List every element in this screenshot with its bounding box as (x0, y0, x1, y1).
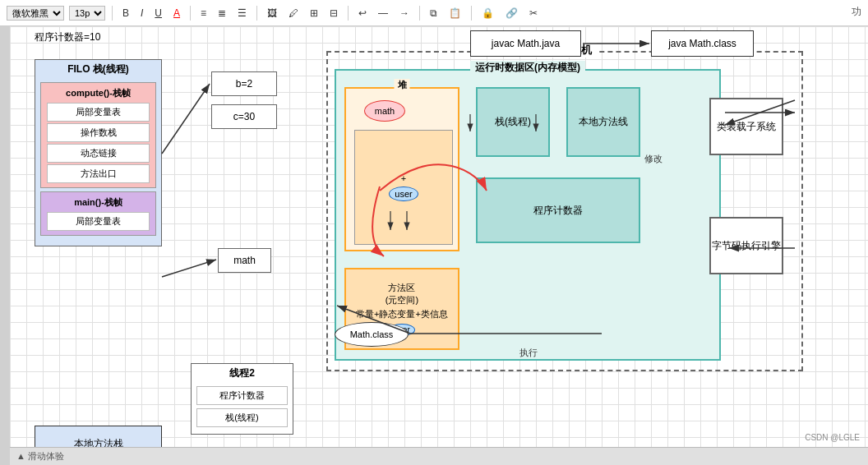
arrow-button[interactable]: → (396, 6, 413, 21)
filo-title: FILO 栈(线程) (35, 60, 161, 79)
thread2-title: 线程2 (192, 364, 293, 383)
list2-button[interactable]: ⊟ (326, 6, 341, 21)
pc-big-box: 程序计数器 (476, 177, 640, 243)
local-method-jvm-box: 本地方法线 (566, 87, 640, 157)
sep6 (471, 6, 472, 21)
undo-button[interactable]: ↩ (355, 6, 370, 21)
toolbar: 微软雅黑 13px B I U A ≡ ≣ ☰ 🖼 🖊 ⊞ ⊟ ↩ — → ⧉ … (0, 0, 868, 26)
heap-area: 堆 math + user (344, 87, 459, 251)
format-button[interactable]: ⊞ (307, 6, 321, 21)
user-oval: user (389, 186, 418, 201)
align-left-button[interactable]: ≡ (197, 6, 210, 21)
sep1 (112, 6, 113, 21)
font-name-select[interactable]: 微软雅黑 (7, 6, 64, 21)
csdn-label: CSDN @LGLE (805, 433, 860, 442)
thread2-pc-row: 程序计数器 (196, 386, 288, 405)
b-val-box: b=2 (211, 71, 277, 96)
filo-container: FILO 栈(线程) compute()-栈帧 局部变量表 操作数栈 动态链接 … (35, 59, 162, 246)
thread2-stack-row: 栈(线程) (196, 408, 288, 427)
classloader-box: 类装载子系统 (709, 98, 783, 155)
italic-button[interactable]: I (137, 6, 146, 21)
method-exit-row: 方法出口 (47, 164, 150, 183)
pc-top-label: 程序计数器=10 (35, 30, 100, 44)
c-val-box: c=30 (211, 104, 277, 129)
mathclass-oval: Math.class (335, 322, 409, 347)
main-frame-title: main()-栈帧 (44, 195, 153, 210)
xiugai-label: 修改 (644, 153, 663, 165)
copy-button[interactable]: ⧉ (427, 6, 441, 21)
compute-frame-title: compute()-栈帧 (44, 85, 153, 101)
sep4 (348, 6, 349, 21)
compile-java-box: java Math.class (651, 30, 754, 57)
bytecode-box: 字节码执行引擎 (709, 217, 783, 274)
operand-stack-row: 操作数栈 (47, 123, 150, 142)
math-oval: math (364, 100, 405, 122)
stack-thread-box: 栈(线程) (476, 87, 550, 157)
search-label: 功 (852, 5, 861, 19)
zhixing-label: 执行 (519, 347, 538, 359)
main-local-var-row: 局部变量表 (47, 212, 150, 231)
heap-plus: + (401, 173, 406, 183)
svg-line-3 (162, 260, 216, 277)
bottom-bar: ▲ 滑动体验 (10, 447, 868, 465)
diagram[interactable]: 程序计数器=10 FILO 栈(线程) compute()-栈帧 局部变量表 操… (10, 26, 868, 465)
runtime-container: 运行时数据区(内存模型) 堆 math + user 栈(线程) 本地方法线 (335, 69, 721, 361)
compile-javac-box: javac Math.java (470, 30, 581, 57)
underline-button[interactable]: U (151, 6, 165, 21)
bold-button[interactable]: B (119, 6, 132, 21)
thread2-area: 线程2 程序计数器 栈(线程) (191, 363, 293, 435)
jvm-container: JVM虚拟机 运行时数据区(内存模型) 堆 math + user 栈(线程) (326, 51, 803, 371)
highlight-button[interactable]: 🖊 (285, 6, 302, 21)
scissors-button[interactable]: ✂ (526, 6, 541, 21)
paste-button[interactable]: 📋 (446, 6, 464, 21)
sep2 (190, 6, 191, 21)
font-size-select[interactable]: 13px (69, 6, 105, 21)
method-area-sub: 常量+静态变量+类信息 (356, 308, 448, 320)
math-label-box: math (218, 248, 271, 273)
image-button[interactable]: 🖼 (264, 6, 280, 21)
heap-title: 堆 (395, 79, 410, 91)
canvas-area: 程序计数器=10 FILO 栈(线程) compute()-栈帧 局部变量表 操… (0, 26, 868, 465)
sep3 (256, 6, 257, 21)
bottom-label: ▲ 滑动体验 (16, 450, 64, 463)
local-var-row: 局部变量表 (47, 103, 150, 122)
left-sidebar (0, 26, 10, 465)
format-list-button[interactable]: ☰ (234, 6, 250, 21)
compute-frame: compute()-栈帧 局部变量表 操作数栈 动态链接 方法出口 (40, 82, 156, 188)
lock-button[interactable]: 🔒 (478, 6, 497, 21)
link-button[interactable]: 🔗 (502, 6, 521, 21)
align-center-button[interactable]: ≣ (215, 6, 229, 21)
color-button[interactable]: A (170, 6, 183, 21)
method-area-title: 方法区 (元空间) (386, 282, 418, 306)
sep5 (419, 6, 420, 21)
dynamic-link-row: 动态链接 (47, 144, 150, 163)
line-button[interactable]: — (375, 6, 391, 21)
heap-inner-box: + user (354, 130, 453, 245)
runtime-title: 运行时数据区(内存模型) (470, 61, 585, 75)
main-frame: main()-栈帧 局部变量表 (40, 191, 156, 236)
svg-line-2 (162, 84, 210, 154)
